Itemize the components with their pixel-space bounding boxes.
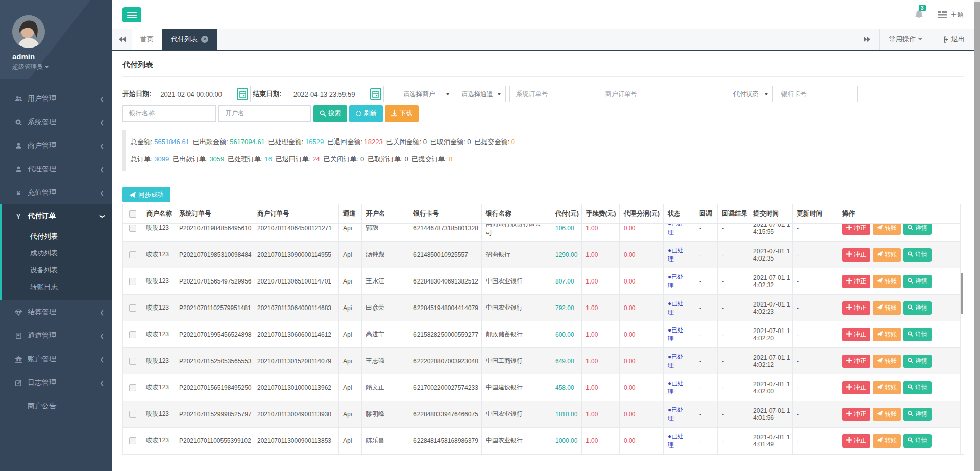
detail-button[interactable]: 详情	[903, 408, 932, 421]
transfer-button[interactable]: 转账	[873, 328, 901, 341]
detail-button[interactable]: 详情	[903, 301, 932, 315]
transfer-button[interactable]: 转账	[873, 381, 901, 394]
status-badge: ●已处理	[668, 380, 683, 395]
bank-name-input[interactable]	[122, 105, 216, 122]
transfer-button[interactable]: 转账	[873, 275, 901, 288]
row-checkbox[interactable]	[129, 358, 136, 365]
tab-home[interactable]: 首页	[132, 29, 162, 50]
transfer-button[interactable]: 转账	[873, 408, 901, 421]
plus-icon	[846, 331, 854, 338]
sidebar-item-2[interactable]: 商户管理❮	[0, 134, 112, 157]
search-button[interactable]: 搜索	[313, 105, 347, 122]
tabs-scroll-right-button[interactable]	[854, 29, 879, 50]
download-button[interactable]: 下载	[385, 105, 419, 122]
detail-button[interactable]: 详情	[903, 328, 932, 341]
reverse-button[interactable]: 冲正	[842, 381, 870, 394]
transfer-button[interactable]: 转账	[873, 224, 901, 235]
page-scrollbar-thumb[interactable]	[974, 2, 980, 471]
row-checkbox[interactable]	[129, 437, 136, 444]
detail-button[interactable]: 详情	[903, 434, 932, 448]
sidebar-item-4[interactable]: ¥充值管理❮	[0, 181, 112, 204]
sidebar-item-10[interactable]: 商户公告	[0, 394, 112, 418]
sidebar-item-1[interactable]: 系统管理❮	[0, 110, 112, 134]
notifications-bell[interactable]: 3	[914, 9, 924, 21]
detail-button[interactable]: 详情	[903, 381, 932, 394]
row-checkbox[interactable]	[129, 331, 136, 338]
bank-card-input[interactable]	[775, 86, 858, 102]
send-icon	[877, 304, 885, 312]
sidebar-item-5[interactable]: ¥代付订单❯	[2, 204, 112, 228]
reverse-button[interactable]: 冲正	[842, 224, 870, 235]
sidebar-subitem-设备列表[interactable]: 设备列表	[2, 262, 112, 278]
reverse-button[interactable]: 冲正	[842, 434, 870, 448]
end-date-input[interactable]	[287, 86, 384, 102]
sidebar-item-9[interactable]: 日志管理❮	[0, 371, 112, 394]
detail-button[interactable]: 详情	[903, 224, 932, 235]
sidebar-item-8[interactable]: 账户管理❮	[0, 347, 112, 371]
avatar[interactable]	[12, 15, 45, 48]
menu-toggle-button[interactable]	[122, 7, 141, 22]
tab-payment-list[interactable]: 代付列表✕	[162, 29, 217, 50]
reverse-button[interactable]: 冲正	[842, 275, 870, 288]
detail-button[interactable]: 详情	[903, 248, 932, 262]
row-checkbox[interactable]	[129, 411, 136, 418]
calendar-icon[interactable]	[237, 88, 248, 100]
bank-icon	[14, 355, 22, 363]
start-date-input[interactable]	[154, 86, 251, 102]
user-name[interactable]: admin	[12, 52, 112, 61]
tab-close-icon[interactable]: ✕	[201, 36, 208, 43]
transfer-button[interactable]: 转账	[873, 248, 901, 262]
merchant-select[interactable]: 请选择商户	[398, 86, 454, 102]
cell-callback-result: -	[718, 374, 749, 401]
sidebar-item-3[interactable]: 代理管理❮	[0, 157, 112, 181]
cell-account: 田彦荣	[362, 295, 409, 321]
row-checkbox[interactable]	[129, 251, 136, 258]
sidebar-item-7[interactable]: 通道管理❮	[0, 324, 112, 347]
channel-select[interactable]: 请选择通道	[456, 86, 506, 102]
table-scrollbar-thumb[interactable]	[961, 273, 963, 314]
select-all-checkbox[interactable]	[129, 210, 136, 218]
stat-order-value: 3059	[209, 155, 224, 163]
merchant-order-input[interactable]	[599, 86, 725, 102]
reverse-button[interactable]: 冲正	[842, 355, 870, 368]
refresh-button[interactable]: 刷新	[349, 105, 383, 122]
cell-system-order: P20210701985310098484	[175, 242, 253, 268]
reverse-button[interactable]: 冲正	[842, 248, 870, 262]
sidebar-subitem-代付列表[interactable]: 代付列表	[2, 228, 112, 245]
transfer-button[interactable]: 转账	[873, 301, 901, 315]
sidebar-subitem-成功列表[interactable]: 成功列表	[2, 245, 112, 262]
notification-badge[interactable]: 3	[919, 5, 926, 11]
row-checkbox[interactable]	[129, 304, 136, 312]
common-actions-menu[interactable]: 常用操作	[879, 29, 932, 50]
user-role[interactable]: 超级管理员	[12, 63, 112, 72]
transfer-button[interactable]: 转账	[873, 434, 901, 448]
plus-icon	[846, 278, 854, 285]
transfer-button[interactable]: 转账	[873, 355, 901, 368]
sidebar-item-6[interactable]: 结算管理❮	[0, 300, 112, 324]
sidebar-subitem-转账日志[interactable]: 转账日志	[2, 278, 112, 295]
stat-order-label: 已退回订单:	[276, 155, 312, 163]
status-select[interactable]: 代付状态	[728, 86, 773, 102]
reverse-button[interactable]: 冲正	[842, 328, 870, 341]
row-checkbox[interactable]	[129, 384, 136, 391]
reverse-button[interactable]: 冲正	[842, 408, 870, 421]
tabs-scroll-left-button[interactable]	[112, 29, 132, 50]
sync-success-button[interactable]: 同步成功	[122, 187, 170, 202]
row-checkbox[interactable]	[129, 278, 136, 285]
cell-share: 0.00	[620, 268, 664, 295]
system-order-input[interactable]	[509, 86, 595, 102]
detail-button[interactable]: 详情	[903, 355, 932, 368]
search-icon	[908, 251, 915, 258]
sidebar-item-0[interactable]: 用户管理❮	[0, 87, 112, 110]
theme-switcher[interactable]: 主题	[938, 10, 964, 19]
logout-button[interactable]: 退出	[932, 29, 974, 50]
end-date-field	[287, 86, 384, 102]
reverse-button[interactable]: 冲正	[842, 301, 870, 315]
calendar-icon[interactable]	[370, 88, 381, 100]
account-name-input[interactable]	[218, 105, 311, 122]
status-badge: ●已处理	[668, 247, 683, 263]
detail-button[interactable]: 详情	[903, 275, 932, 288]
refresh-icon	[355, 110, 362, 117]
row-checkbox[interactable]	[129, 225, 136, 232]
user-icon	[14, 165, 22, 173]
